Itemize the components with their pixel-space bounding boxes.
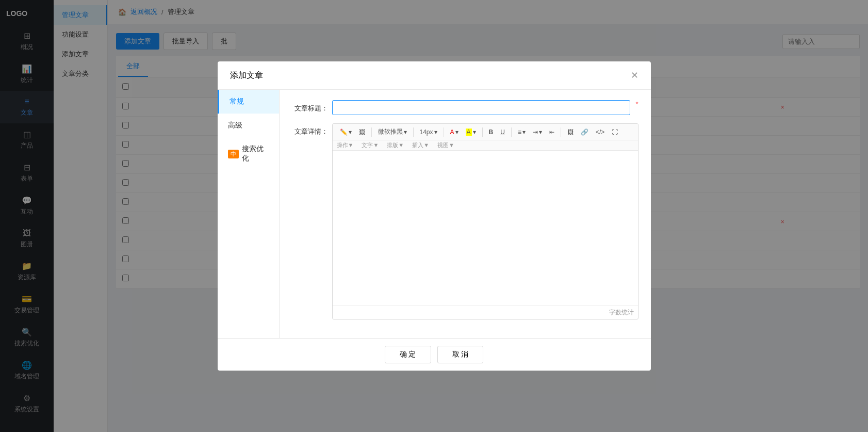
title-label: 文章标题：	[292, 100, 328, 113]
modal-nav-seo[interactable]: 中 搜索优化	[218, 137, 279, 170]
modal-nav: 常规 高级 中 搜索优化	[218, 90, 280, 338]
text-group-label: 文字▼	[362, 141, 379, 149]
add-article-modal: 添加文章 ✕ 常规 高级 中 搜索优化 文章	[218, 61, 651, 371]
editor-bold-btn[interactable]: B	[486, 127, 497, 137]
separator-4	[482, 127, 483, 137]
modal-close-button[interactable]: ✕	[631, 70, 638, 81]
editor-bg-color-btn[interactable]: A ▾	[463, 127, 479, 137]
editor-body[interactable]	[333, 151, 638, 306]
image-icon: 🖼	[359, 129, 365, 136]
align-icon: ≡	[518, 129, 521, 136]
editor-outdent-btn[interactable]: ⇤	[546, 127, 558, 137]
cancel-button[interactable]: 取 消	[437, 346, 484, 363]
view-group-label: 视图▼	[437, 141, 454, 149]
editor-font-btn[interactable]: 微软推黑 ▾	[375, 126, 410, 138]
editor-toolbar: ✏️ ▾ 🖼 微软推黑 ▾	[333, 124, 638, 140]
detail-label: 文章详情：	[292, 123, 328, 136]
layout-group-label: 排版▼	[387, 141, 404, 149]
modal-overlay[interactable]: 添加文章 ✕ 常规 高级 中 搜索优化 文章	[0, 0, 868, 432]
separator-3	[444, 127, 444, 137]
article-editor: ✏️ ▾ 🖼 微软推黑 ▾	[332, 123, 638, 319]
modal-header: 添加文章 ✕	[218, 61, 651, 90]
outdent-icon: ⇤	[549, 129, 554, 136]
modal-title: 添加文章	[230, 70, 263, 81]
modal-footer: 确 定 取 消	[218, 338, 651, 371]
underline-icon: U	[500, 129, 505, 136]
separator-1	[371, 127, 372, 137]
editor-image-btn[interactable]: 🖼	[356, 127, 368, 137]
editor-insert-image-btn[interactable]: 🖼	[564, 127, 577, 137]
separator-6	[561, 127, 561, 137]
title-required: *	[635, 100, 638, 108]
modal-body: 常规 高级 中 搜索优化 文章标题： *	[218, 90, 651, 338]
insert-group-label: 插入▼	[412, 141, 429, 149]
font-color-icon: A	[450, 129, 454, 136]
edit-icon: ✏️	[340, 129, 348, 136]
editor-underline-btn[interactable]: U	[497, 127, 508, 137]
editor-footer: 字数统计	[333, 306, 638, 319]
editor-toolbar-labels: 操作▼ 文字▼ 排版▼ 插入▼ 视图▼	[333, 140, 638, 151]
bold-icon: B	[489, 129, 494, 136]
editor-action-btn[interactable]: ✏️ ▾	[337, 127, 355, 137]
editor-link-btn[interactable]: 🔗	[578, 127, 592, 137]
indent-icon: ⇥	[533, 129, 538, 136]
confirm-button[interactable]: 确 定	[385, 346, 431, 363]
action-group-label: 操作▼	[337, 141, 354, 149]
editor-font-color-btn[interactable]: A ▾	[447, 127, 462, 137]
modal-nav-advanced[interactable]: 高级	[218, 114, 279, 137]
editor-size-btn[interactable]: 14px ▾	[417, 127, 440, 137]
seo-badge: 中	[228, 150, 239, 158]
modal-content: 文章标题： * 文章详情： ✏️ ▾	[280, 90, 651, 338]
link-icon: 🔗	[581, 129, 588, 136]
insert-image-icon: 🖼	[567, 129, 574, 136]
editor-fullscreen-btn[interactable]: ⛶	[609, 127, 621, 137]
editor-code-btn[interactable]: </>	[593, 127, 608, 137]
editor-align-btn[interactable]: ≡ ▾	[515, 127, 529, 137]
detail-form-row: 文章详情： ✏️ ▾ 🖼	[292, 123, 638, 319]
editor-indent-btn[interactable]: ⇥ ▾	[530, 127, 545, 137]
modal-nav-general[interactable]: 常规	[218, 90, 279, 114]
separator-2	[413, 127, 414, 137]
fullscreen-icon: ⛶	[612, 129, 618, 136]
code-icon: </>	[596, 129, 604, 136]
title-form-row: 文章标题： *	[292, 100, 638, 115]
article-title-input[interactable]	[332, 100, 631, 115]
separator-5	[511, 127, 512, 137]
bg-color-icon: A	[466, 129, 472, 136]
